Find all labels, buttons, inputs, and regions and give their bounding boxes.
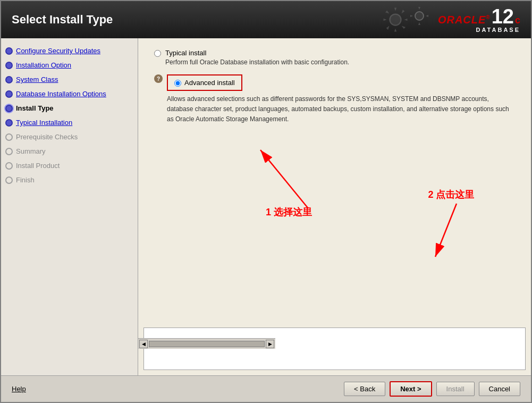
header: Select Install Type [1, 1, 531, 38]
sidebar-item-system-class[interactable]: System Class [1, 72, 138, 87]
typical-install-option[interactable]: Typical install Perform full Oracle Data… [154, 49, 515, 66]
sidebar-item-label: Prerequisite Checks [16, 133, 78, 141]
footer-right: < Back Next > Install Cancel [344, 381, 520, 397]
cancel-button[interactable]: Cancel [479, 382, 520, 396]
sidebar-dot [5, 162, 13, 170]
sidebar-dot [5, 62, 13, 69]
sidebar-item-label: Install Type [16, 104, 54, 112]
sidebar-dot [5, 119, 13, 127]
sidebar: Configure Security Updates Installation … [1, 38, 138, 375]
sidebar-item-db-install-options[interactable]: Database Installation Options [1, 87, 138, 101]
sidebar-dot [5, 47, 13, 55]
window-title: Select Install Type [12, 13, 113, 27]
sidebar-item-label: Configure Security Updates [16, 47, 100, 55]
sidebar-scrollbar[interactable]: ◀ ▶ [138, 338, 275, 349]
main-content: Configure Security Updates Installation … [1, 38, 531, 375]
sidebar-dot [5, 90, 13, 98]
help-icon: ? [154, 74, 163, 83]
svg-point-0 [390, 14, 401, 26]
typical-install-label[interactable]: Typical install [165, 49, 206, 57]
sidebar-item-label: Installation Option [16, 61, 71, 69]
annotation-1-text: 1 选择这里 [266, 206, 312, 219]
sidebar-item-finish: Finish [1, 173, 138, 187]
sidebar-item-label: Typical Installation [16, 119, 72, 127]
footer-left: Help [12, 385, 26, 393]
svg-point-1 [415, 12, 424, 20]
footer: Help < Back Next > Install Cancel [1, 375, 531, 402]
help-button[interactable]: Help [12, 385, 26, 393]
sidebar-item-label: Database Installation Options [16, 90, 106, 98]
annotation-2-text: 2 点击这里 [425, 188, 478, 201]
advanced-install-option[interactable]: ? Advanced install Allows advanced selec… [154, 74, 515, 125]
sidebar-item-label: System Class [16, 75, 58, 83]
oracle-name: ORACLE® [438, 14, 491, 26]
sidebar-item-label: Finish [16, 176, 35, 184]
gear-icon-2 [409, 5, 430, 27]
sidebar-item-install-type[interactable]: Install Type [1, 101, 138, 115]
typical-install-desc: Perform full Oracle Database installatio… [165, 58, 349, 66]
content-area: Typical install Perform full Oracle Data… [138, 38, 531, 375]
sidebar-dot [5, 177, 13, 184]
sidebar-dot [5, 148, 13, 155]
advanced-install-box[interactable]: Advanced install [167, 74, 242, 91]
annotation-area-1: 1 选择这里 [255, 145, 361, 226]
status-text-area [143, 328, 526, 370]
annotation-arrow-1 [255, 145, 361, 224]
sidebar-item-label: Install Product [16, 162, 60, 170]
scroll-right-arrow[interactable]: ▶ [266, 340, 274, 348]
svg-line-5 [435, 204, 457, 257]
next-button[interactable]: Next > [390, 381, 432, 397]
annotation-area-2: 2 点击这里 [425, 188, 478, 269]
sidebar-dot [5, 76, 13, 83]
sidebar-item-label: Summary [16, 147, 46, 155]
sidebar-dot-active [5, 105, 13, 112]
advanced-install-radio[interactable] [174, 80, 181, 87]
sidebar-dot [5, 133, 13, 141]
scroll-left-arrow[interactable]: ◀ [139, 340, 148, 348]
svg-line-3 [260, 150, 308, 208]
main-window: Select Install Type [0, 0, 532, 403]
oracle-c: c [515, 15, 520, 26]
gear-icon [379, 4, 411, 36]
back-button[interactable]: < Back [344, 382, 385, 396]
sidebar-item-summary: Summary [1, 144, 138, 158]
advanced-install-label[interactable]: Advanced install [184, 79, 235, 87]
oracle-branding: ORACLE® 12 c DATABASE [379, 4, 520, 36]
sidebar-item-prerequisite-checks: Prerequisite Checks [1, 130, 138, 144]
install-button[interactable]: Install [436, 382, 475, 396]
sidebar-item-installation-option[interactable]: Installation Option [1, 58, 138, 72]
oracle-version: 12 [492, 6, 514, 27]
advanced-install-desc: Allows advanced selections such as diffe… [167, 94, 512, 125]
sidebar-item-typical-installation[interactable]: Typical Installation [1, 115, 138, 130]
annotation-arrow-2 [425, 204, 478, 267]
sidebar-item-configure-security[interactable]: Configure Security Updates [1, 44, 138, 58]
typical-install-radio[interactable] [154, 50, 161, 57]
scroll-thumb[interactable] [149, 341, 265, 347]
oracle-database-label: DATABASE [476, 27, 520, 33]
sidebar-item-install-product: Install Product [1, 158, 138, 173]
